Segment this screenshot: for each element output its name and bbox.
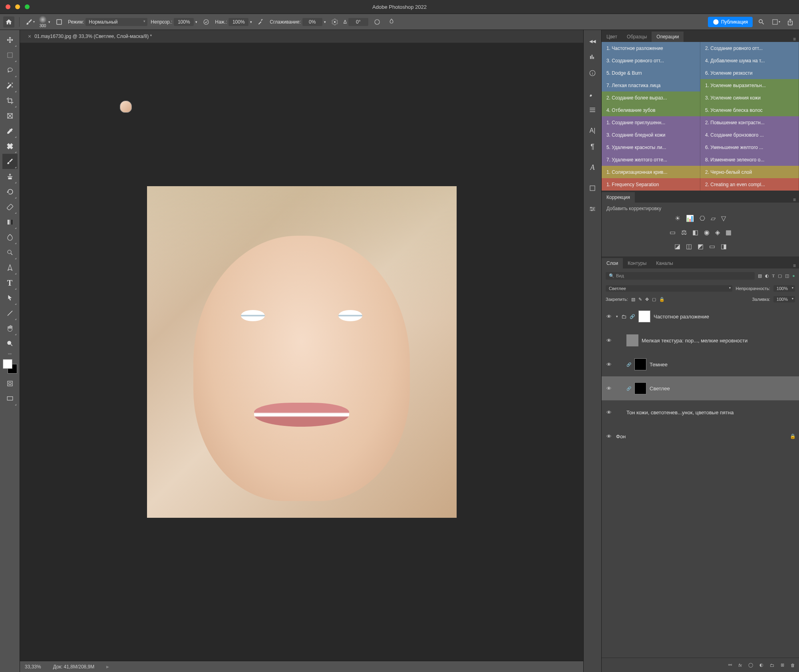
layer-thumbnail[interactable] <box>638 310 650 322</box>
pressure-size-icon[interactable] <box>372 16 383 28</box>
action-item[interactable]: 1. Усиление выразительн... <box>700 79 799 91</box>
layer-filter-dropdown[interactable]: 🔍 Вид <box>606 272 755 280</box>
layer-row[interactable]: 👁🔗Светлее <box>602 376 799 400</box>
layer-mask-thumbnail[interactable] <box>634 358 646 370</box>
gradient-map-adjustment-icon[interactable]: ▭ <box>709 243 715 250</box>
filter-shape-icon[interactable]: ▢ <box>778 273 782 278</box>
filter-adjustment-icon[interactable]: ◐ <box>765 273 769 278</box>
magic-wand-tool[interactable] <box>2 78 18 93</box>
layer-fill-input[interactable]: 100% <box>773 296 795 302</box>
action-item[interactable]: 5. Удаление красноты ли... <box>602 141 700 153</box>
new-group-icon[interactable]: 🗀 <box>770 663 774 668</box>
action-item[interactable]: 7. Удаление желтого отте... <box>602 153 700 166</box>
vibrance-adjustment-icon[interactable]: ▽ <box>721 215 726 222</box>
action-item[interactable]: 3. Создание бледной кожи <box>602 129 700 141</box>
libraries-panel-icon[interactable] <box>586 182 599 195</box>
action-item[interactable]: 2. Creating an even compl... <box>700 178 799 191</box>
levels-adjustment-icon[interactable]: 📊 <box>686 215 694 222</box>
pressure-opacity-icon[interactable] <box>201 16 212 28</box>
visibility-toggle-icon[interactable]: 👁 <box>605 386 613 392</box>
action-item[interactable]: 6. Уменьшение желтого ... <box>700 141 799 153</box>
layer-mask-thumbnail[interactable] <box>634 382 646 394</box>
color-lookup-adjustment-icon[interactable]: ▦ <box>725 229 731 236</box>
layer-row[interactable]: 👁▾🗀🔗Частотное разложение <box>602 304 799 328</box>
home-button[interactable] <box>3 16 14 28</box>
photo-filter-adjustment-icon[interactable]: ◉ <box>704 229 710 236</box>
selective-color-adjustment-icon[interactable]: ◨ <box>721 243 727 250</box>
layer-thumbnail[interactable] <box>626 334 638 346</box>
action-item[interactable]: 3. Усиление сияния кожи <box>700 91 799 104</box>
flow-input[interactable]: 100% <box>229 18 248 26</box>
foreground-background-colors[interactable] <box>3 359 17 374</box>
history-brush-tool[interactable] <box>2 184 18 199</box>
visibility-toggle-icon[interactable]: 👁 <box>605 362 613 368</box>
tab-layers[interactable]: Слои <box>602 258 623 268</box>
action-item[interactable]: 8. Изменение зеленого о... <box>700 153 799 166</box>
opacity-input[interactable]: 100% <box>174 18 194 26</box>
close-tab-icon[interactable]: × <box>28 33 31 40</box>
info-panel-icon[interactable]: i <box>586 67 599 80</box>
clone-stamp-tool[interactable] <box>2 169 18 184</box>
lock-position-icon[interactable]: ✥ <box>645 297 649 302</box>
brush-preset-picker[interactable]: 300 ▾ <box>39 16 50 28</box>
threshold-adjustment-icon[interactable]: ◩ <box>698 243 704 250</box>
edit-toolbar-icon[interactable]: ••• <box>0 351 20 357</box>
visibility-toggle-icon[interactable]: 👁 <box>605 314 613 320</box>
action-item[interactable]: 2. Создание более выраз... <box>602 91 700 104</box>
search-icon[interactable] <box>756 16 767 28</box>
lock-painting-icon[interactable]: ✎ <box>638 297 642 302</box>
brush-settings-panel-icon[interactable] <box>586 103 599 116</box>
frame-tool[interactable] <box>2 108 18 123</box>
action-item[interactable]: 1. Соляризационная крив... <box>602 166 700 178</box>
lock-artboard-icon[interactable]: ▢ <box>652 297 656 302</box>
screen-mode-tool-icon[interactable] <box>2 391 18 406</box>
lasso-tool[interactable] <box>2 63 18 78</box>
zoom-tool[interactable] <box>2 336 18 351</box>
action-item[interactable]: 2. Черно-белый слой <box>700 166 799 178</box>
layer-row[interactable]: 👁Фон🔒 <box>602 424 799 448</box>
brush-tool[interactable] <box>2 154 18 169</box>
color-balance-adjustment-icon[interactable]: ⚖ <box>681 229 687 236</box>
tab-adjustments[interactable]: Коррекция <box>602 192 635 203</box>
action-item[interactable]: 6. Усиление резкости <box>700 67 799 79</box>
shape-tool[interactable] <box>2 306 18 321</box>
tab-actions[interactable]: Операции <box>652 32 684 42</box>
type-tool[interactable]: T <box>2 275 18 290</box>
minimize-window-icon[interactable] <box>15 4 20 9</box>
brightness-adjustment-icon[interactable]: ☀ <box>675 215 680 222</box>
document-tab[interactable]: × 01.may16730.jpg @ 33,3% (Светлее, Слой… <box>23 30 157 43</box>
healing-brush-tool[interactable] <box>2 139 18 154</box>
panel-menu-icon[interactable]: ≡ <box>790 36 799 42</box>
airbrush-icon[interactable] <box>255 16 266 28</box>
symmetry-icon[interactable] <box>386 16 397 28</box>
channel-mixer-adjustment-icon[interactable]: ◈ <box>715 229 720 236</box>
action-item[interactable]: 3. Создание ровного отт... <box>602 54 700 67</box>
action-item[interactable]: 2. Создание ровного отт... <box>700 42 799 54</box>
tab-channels[interactable]: Каналы <box>651 258 678 268</box>
lock-all-icon[interactable]: 🔒 <box>659 297 665 302</box>
layer-row[interactable]: 👁Мелкая текстура: пор..., мелкие неровно… <box>602 328 799 352</box>
action-item[interactable]: 4. Отбеливание зубов <box>602 104 700 116</box>
lock-transparency-icon[interactable]: ▧ <box>631 297 635 302</box>
screen-mode-icon[interactable]: ▾ <box>770 16 781 28</box>
path-selection-tool[interactable] <box>2 290 18 306</box>
action-item[interactable]: 5. Dodge & Burn <box>602 67 700 79</box>
histogram-panel-icon[interactable] <box>586 51 599 64</box>
smoothing-options-icon[interactable] <box>329 16 340 28</box>
visibility-toggle-icon[interactable]: 👁 <box>605 338 613 344</box>
layer-name[interactable]: Фон <box>616 433 787 439</box>
share-icon[interactable] <box>785 16 796 28</box>
invert-adjustment-icon[interactable]: ◪ <box>674 243 680 250</box>
brush-panel-toggle[interactable] <box>54 16 65 28</box>
layer-blend-mode-dropdown[interactable]: Светлее <box>606 285 732 292</box>
action-item[interactable]: 5. Усиление блеска волос <box>700 104 799 116</box>
new-adjustment-layer-icon[interactable]: ◐ <box>759 662 763 668</box>
brushes-panel-icon[interactable] <box>586 87 599 100</box>
layer-name[interactable]: Темнее <box>650 362 796 368</box>
doc-size[interactable]: Док: 41,8M/208,9M <box>53 664 95 670</box>
action-item[interactable]: 4. Создание бронзового ... <box>700 129 799 141</box>
hue-adjustment-icon[interactable]: ▭ <box>670 229 676 236</box>
layer-name[interactable]: Частотное разложение <box>654 314 796 320</box>
canvas-area[interactable] <box>20 43 583 661</box>
close-window-icon[interactable] <box>6 4 10 9</box>
